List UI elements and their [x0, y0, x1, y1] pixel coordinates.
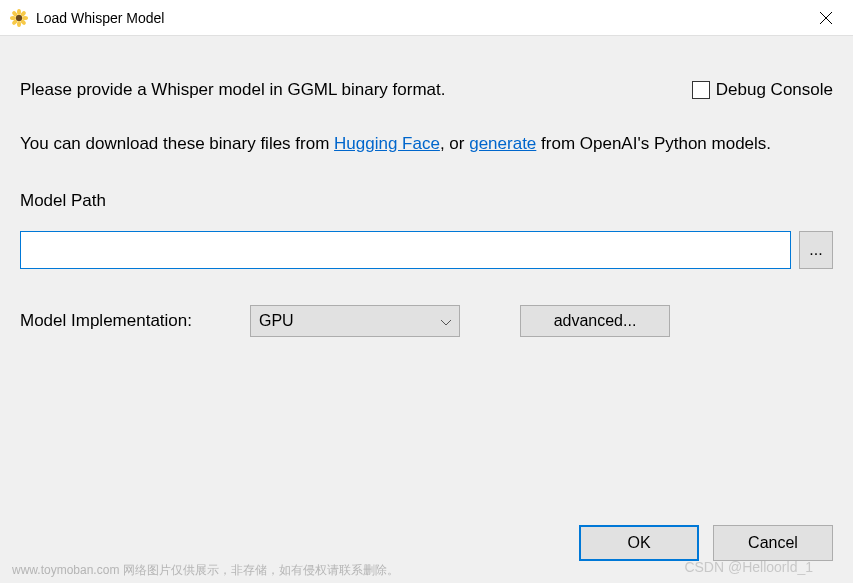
watermark-right: CSDN @Helloorld_1 [684, 559, 813, 575]
dialog-footer: OK Cancel [579, 525, 833, 561]
instruction-text: Please provide a Whisper model in GGML b… [20, 80, 446, 100]
close-button[interactable] [803, 2, 849, 34]
svg-point-3 [10, 16, 16, 20]
titlebar: Load Whisper Model [0, 0, 853, 36]
close-icon [820, 12, 832, 24]
generate-link[interactable]: generate [469, 134, 536, 153]
implementation-label: Model Implementation: [20, 311, 220, 331]
sunflower-icon [10, 9, 28, 27]
debug-console-checkbox[interactable]: Debug Console [692, 80, 833, 100]
implementation-select[interactable]: GPU [250, 305, 460, 337]
window-title: Load Whisper Model [36, 10, 803, 26]
debug-console-input[interactable] [692, 81, 710, 99]
download-text: You can download these binary files from… [20, 130, 800, 157]
hugging-face-link[interactable]: Hugging Face [334, 134, 440, 153]
ok-button[interactable]: OK [579, 525, 699, 561]
svg-point-1 [17, 9, 21, 15]
browse-button[interactable]: ... [799, 231, 833, 269]
cancel-button[interactable]: Cancel [713, 525, 833, 561]
svg-point-9 [16, 15, 22, 21]
advanced-button[interactable]: advanced... [520, 305, 670, 337]
dialog-content: Please provide a Whisper model in GGML b… [0, 36, 853, 357]
model-path-label: Model Path [20, 191, 833, 211]
debug-console-label: Debug Console [716, 80, 833, 100]
svg-point-2 [17, 21, 21, 27]
watermark-left: www.toymoban.com 网络图片仅供展示，非存储，如有侵权请联系删除。 [12, 562, 399, 579]
chevron-down-icon [441, 312, 451, 330]
svg-point-4 [22, 16, 28, 20]
model-path-input[interactable] [20, 231, 791, 269]
implementation-value: GPU [259, 312, 294, 330]
